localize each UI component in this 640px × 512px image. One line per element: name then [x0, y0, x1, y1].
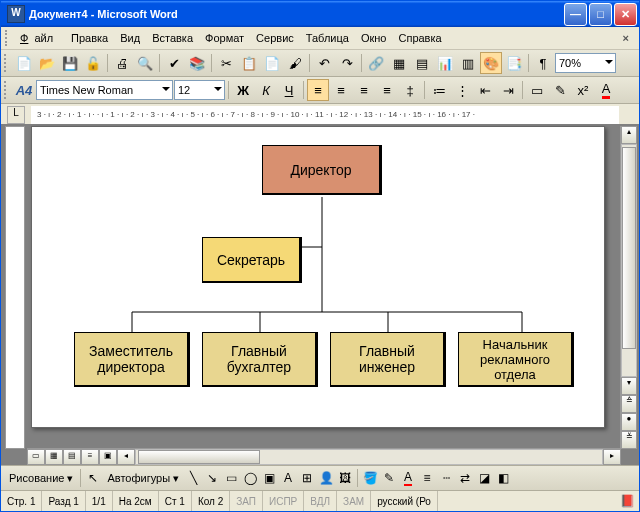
save-icon[interactable]: 💾 [59, 52, 81, 74]
rectangle-icon[interactable]: ▭ [222, 469, 240, 487]
arrow-icon[interactable]: ↘ [203, 469, 221, 487]
status-lang[interactable]: русский (Ро [371, 491, 438, 511]
drawing-menu[interactable]: Рисование ▾ [5, 472, 77, 485]
superscript-icon[interactable]: x² [572, 79, 594, 101]
increase-indent-icon[interactable]: ⇥ [497, 79, 519, 101]
view-outline-icon[interactable]: ≡ [81, 449, 99, 465]
horizontal-ruler[interactable]: 3 · ı · 2 · ı · 1 · ı · · ı · 1 · ı · 2 … [31, 106, 619, 125]
horizontal-scrollbar[interactable]: ▭ ▦ ▤ ≡ ▣ ◂ ▸ [27, 448, 621, 465]
org-chart[interactable]: Директор Секретарь Заместитель директора… [72, 137, 572, 417]
spellcheck-icon[interactable]: ✔ [163, 52, 185, 74]
status-rec[interactable]: ЗАП [230, 491, 263, 511]
menu-table[interactable]: Таблица [300, 30, 355, 46]
select-arrow-icon[interactable]: ↖ [84, 469, 102, 487]
scroll-up-icon[interactable]: ▴ [621, 126, 637, 144]
copy-icon[interactable]: 📋 [238, 52, 260, 74]
hscroll-thumb[interactable] [138, 450, 260, 464]
view-normal-icon[interactable]: ▭ [27, 449, 45, 465]
menu-help[interactable]: Справка [392, 30, 447, 46]
toolbar-grip[interactable] [4, 54, 10, 72]
picture-icon[interactable]: 🖼 [336, 469, 354, 487]
line-icon[interactable]: ╲ [184, 469, 202, 487]
permission-icon[interactable]: 🔓 [82, 52, 104, 74]
arrow-style-icon[interactable]: ⇄ [456, 469, 474, 487]
open-icon[interactable]: 📂 [36, 52, 58, 74]
doc-map-icon[interactable]: 📑 [503, 52, 525, 74]
vertical-ruler[interactable] [5, 126, 25, 449]
research-icon[interactable]: 📚 [186, 52, 208, 74]
oval-icon[interactable]: ◯ [241, 469, 259, 487]
spell-status-icon[interactable]: 📕 [620, 494, 635, 508]
clipart-icon[interactable]: 👤 [317, 469, 335, 487]
hscroll-track[interactable] [135, 449, 603, 465]
font-color-icon[interactable]: A [399, 469, 417, 487]
dash-style-icon[interactable]: ┄ [437, 469, 455, 487]
menu-edit[interactable]: Правка [65, 30, 114, 46]
italic-icon[interactable]: К [255, 79, 277, 101]
status-ovr[interactable]: ЗАМ [337, 491, 371, 511]
node-sub-3[interactable]: Начальник рекламного отдела [458, 332, 574, 387]
view-web-icon[interactable]: ▦ [45, 449, 63, 465]
diagram-icon[interactable]: ⊞ [298, 469, 316, 487]
page[interactable]: Директор Секретарь Заместитель директора… [31, 126, 605, 428]
status-trk[interactable]: ИСПР [263, 491, 304, 511]
3d-icon[interactable]: ◧ [494, 469, 512, 487]
print-icon[interactable]: 🖨 [111, 52, 133, 74]
shadow-icon[interactable]: ◪ [475, 469, 493, 487]
menu-view[interactable]: Вид [114, 30, 146, 46]
drawing-icon[interactable]: 🎨 [480, 52, 502, 74]
undo-icon[interactable]: ↶ [313, 52, 335, 74]
cut-icon[interactable]: ✂ [215, 52, 237, 74]
autoshapes-menu[interactable]: Автофигуры ▾ [103, 472, 183, 485]
textbox-icon[interactable]: ▣ [260, 469, 278, 487]
view-reading-icon[interactable]: ▣ [99, 449, 117, 465]
tab-selector[interactable]: L [7, 106, 25, 124]
insert-table-icon[interactable]: ▤ [411, 52, 433, 74]
doc-close-button[interactable]: × [617, 30, 635, 46]
bold-icon[interactable]: Ж [232, 79, 254, 101]
new-doc-icon[interactable]: 📄 [13, 52, 35, 74]
menu-format[interactable]: Формат [199, 30, 250, 46]
zoom-dropdown[interactable]: 70% [555, 53, 616, 73]
underline-icon[interactable]: Ч [278, 79, 300, 101]
node-sub-0[interactable]: Заместитель директора [74, 332, 190, 387]
vscroll-thumb[interactable] [622, 147, 636, 349]
hyperlink-icon[interactable]: 🔗 [365, 52, 387, 74]
toolbar-grip[interactable] [4, 81, 10, 99]
align-right-icon[interactable]: ≡ [353, 79, 375, 101]
wordart-icon[interactable]: A [279, 469, 297, 487]
font-dropdown[interactable]: Times New Roman [36, 80, 173, 100]
node-secretary[interactable]: Секретарь [202, 237, 302, 283]
maximize-button[interactable]: □ [589, 3, 612, 26]
node-director[interactable]: Директор [262, 145, 382, 195]
align-center-icon[interactable]: ≡ [330, 79, 352, 101]
style-button[interactable]: A4 [13, 79, 35, 101]
node-sub-1[interactable]: Главный бухгалтер [202, 332, 318, 387]
scroll-down-icon[interactable]: ▾ [621, 377, 637, 395]
tables-borders-icon[interactable]: ▦ [388, 52, 410, 74]
show-marks-icon[interactable]: ¶ [532, 52, 554, 74]
decrease-indent-icon[interactable]: ⇤ [474, 79, 496, 101]
font-size-dropdown[interactable]: 12 [174, 80, 225, 100]
font-color-icon[interactable]: A [595, 79, 617, 101]
columns-icon[interactable]: ▥ [457, 52, 479, 74]
excel-icon[interactable]: 📊 [434, 52, 456, 74]
close-button[interactable]: ✕ [614, 3, 637, 26]
next-page-icon[interactable]: ≚ [621, 431, 637, 449]
scroll-left-icon[interactable]: ◂ [117, 449, 135, 465]
line-color-icon[interactable]: ✎ [380, 469, 398, 487]
borders-icon[interactable]: ▭ [526, 79, 548, 101]
align-justify-icon[interactable]: ≡ [376, 79, 398, 101]
menubar-grip[interactable] [5, 30, 11, 46]
bullet-list-icon[interactable]: ⋮ [451, 79, 473, 101]
vertical-scrollbar[interactable]: ▴ ▾ ≙ ● ≚ [620, 126, 637, 449]
scroll-right-icon[interactable]: ▸ [603, 449, 621, 465]
prev-page-icon[interactable]: ≙ [621, 395, 637, 413]
line-spacing-icon[interactable]: ‡ [399, 79, 421, 101]
vscroll-track[interactable] [621, 144, 637, 377]
fill-color-icon[interactable]: 🪣 [361, 469, 379, 487]
numbered-list-icon[interactable]: ≔ [428, 79, 450, 101]
highlight-icon[interactable]: ✎ [549, 79, 571, 101]
line-style-icon[interactable]: ≡ [418, 469, 436, 487]
align-left-icon[interactable]: ≡ [307, 79, 329, 101]
